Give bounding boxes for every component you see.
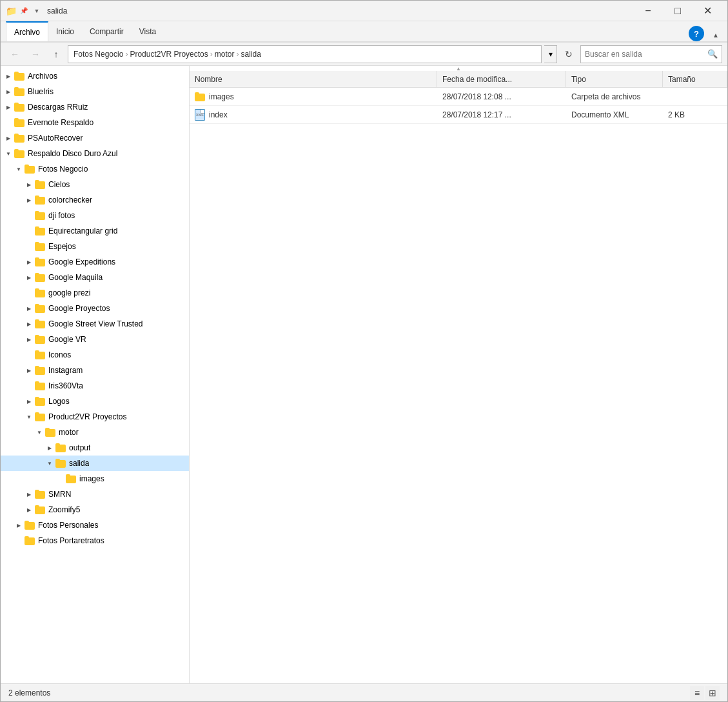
tab-archivo[interactable]: Archivo [6,21,48,41]
sidebar-item-blueIris[interactable]: ▶ BlueIris [1,84,189,99]
breadcrumb-product2vr[interactable]: Product2VR Proyectos [130,50,208,59]
sidebar-item-maquila[interactable]: ▶ Google Maquila [1,270,189,285]
address-dropdown[interactable]: ▾ [544,45,557,63]
toggle-smrn[interactable]: ▶ [24,486,34,502]
label-evernote: Evernote Respaldo [28,118,93,127]
folder-icon-cielos [34,179,46,190]
toggle-respaldo[interactable]: ▼ [3,146,14,161]
search-bar[interactable]: 🔍 [580,45,722,63]
toggle-instagram[interactable]: ▶ [24,363,34,378]
sidebar-item-evernote[interactable]: ▶ Evernote Respaldo [1,115,189,130]
toggle-product2vr[interactable]: ▼ [24,409,34,425]
label-blueIris: BlueIris [28,87,54,96]
table-row[interactable]: images 28/07/2018 12:08 ... Carpeta de a… [190,88,727,106]
maximize-button[interactable]: □ [663,1,693,21]
toggle-blueIris[interactable]: ▶ [3,84,14,99]
sidebar-item-fotosPersonales[interactable]: ▶ Fotos Personales [1,517,189,533]
toggle-cielos[interactable]: ▶ [24,177,34,192]
sidebar-item-equirect[interactable]: ▶ Equirectangular grid [1,223,189,239]
folder-icon-evernote [14,117,25,128]
sidebar-item-espejos[interactable]: ▶ Espejos [1,239,189,254]
breadcrumb-motor[interactable]: motor [215,50,235,59]
file-list-header: Nombre Fecha de modifica... Tipo Tamaño [190,71,727,88]
dropdown-icon[interactable]: ▼ [32,6,42,16]
col-header-date[interactable]: Fecha de modifica... [437,71,566,87]
sidebar-item-vr[interactable]: ▶ Google VR [1,332,189,347]
toggle-expeditions[interactable]: ▶ [24,254,34,270]
col-header-name[interactable]: Nombre [190,71,437,87]
sidebar-item-smrn[interactable]: ▶ SMRN [1,486,189,502]
search-input[interactable] [585,50,705,59]
sidebar-item-respaldo[interactable]: ▼ Respaldo Disco Duro Azul [1,146,189,161]
label-colorchecker: colorchecker [48,196,92,205]
window-title: salida [47,6,633,15]
sidebar-item-streetview[interactable]: ▶ Google Street View Trusted [1,316,189,332]
toggle-fotosNegocio[interactable]: ▼ [14,161,24,177]
sidebar-item-proyectos[interactable]: ▶ Google Proyectos [1,301,189,316]
toggle-fotosPersonales[interactable]: ▶ [14,517,24,533]
ribbon-expand-button[interactable]: ▲ [709,28,722,41]
col-header-type[interactable]: Tipo [566,71,663,87]
address-bar[interactable]: Fotos Negocio › Product2VR Proyectos › m… [68,45,542,63]
folder-icon-product2vr [34,411,46,423]
back-button[interactable]: ← [6,45,24,63]
tab-vista[interactable]: Vista [132,21,164,41]
sidebar-item-psauto[interactable]: ▶ PSAutoRecover [1,130,189,146]
toggle-streetview[interactable]: ▶ [24,316,34,332]
sidebar-item-iconos[interactable]: ▶ Iconos [1,347,189,363]
sidebar-item-zoomify[interactable]: ▶ Zoomify5 [1,502,189,517]
toggle-proyectos[interactable]: ▶ [24,301,34,316]
sidebar-item-cielos[interactable]: ▶ Cielos [1,177,189,192]
forward-button[interactable]: → [26,45,44,63]
toggle-colorchecker[interactable]: ▶ [24,192,34,208]
tab-inicio[interactable]: Inicio [48,21,82,41]
explorer-window: 📁 📌 ▼ salida − □ ✕ Archivo Inicio Compar… [0,0,728,702]
help-button[interactable]: ? [689,26,704,41]
sidebar-item-prezi[interactable]: ▶ google prezi [1,285,189,301]
sidebar-item-fotosNegocio[interactable]: ▼ Fotos Negocio [1,161,189,177]
toggle-logos[interactable]: ▶ [24,394,34,409]
sidebar-item-fotosPortaretratos[interactable]: ▶ Fotos Portaretratos [1,533,189,548]
search-icon: 🔍 [707,49,718,59]
toggle-maquila[interactable]: ▶ [24,270,34,285]
sidebar-item-descargas[interactable]: ▶ Descargas RRuiz [1,99,189,115]
sidebar-item-dji[interactable]: ▶ dji fotos [1,208,189,223]
sidebar-item-product2vr[interactable]: ▼ Product2VR Proyectos [1,409,189,425]
up-button[interactable]: ↑ [47,45,65,63]
table-row[interactable]: XML index 28/07/2018 12:17 ... Documento… [190,106,727,124]
toggle-psauto[interactable]: ▶ [3,130,14,146]
sidebar-item-motor[interactable]: ▼ motor [1,425,189,440]
folder-icon-expeditions [34,256,46,268]
folder-icon-respaldo [14,148,25,159]
sidebar-item-archivos[interactable]: ▶ Archivos [1,68,189,84]
label-zoomify: Zoomify5 [48,505,80,514]
toggle-descargas[interactable]: ▶ [3,99,14,115]
sidebar-item-output[interactable]: ▶ output [1,440,189,456]
sidebar-item-instagram[interactable]: ▶ Instagram [1,363,189,378]
breadcrumb-fotos-negocio[interactable]: Fotos Negocio [74,50,123,59]
tab-compartir[interactable]: Compartir [82,21,132,41]
refresh-button[interactable]: ↻ [560,45,578,63]
sidebar-item-iris[interactable]: ▶ Iris360Vta [1,378,189,394]
view-details-button[interactable]: ≡ [690,686,704,700]
toggle-salida[interactable]: ▼ [44,456,55,471]
col-header-size[interactable]: Tamaño [663,71,727,87]
label-espejos: Espejos [48,242,76,251]
sidebar-item-logos[interactable]: ▶ Logos [1,394,189,409]
quick-access-icon: 📁 [6,6,16,16]
sidebar-item-colorchecker[interactable]: ▶ colorchecker [1,192,189,208]
label-logos: Logos [48,397,70,406]
label-psauto: PSAutoRecover [28,134,83,143]
toggle-archivos[interactable]: ▶ [3,68,14,84]
toggle-zoomify[interactable]: ▶ [24,502,34,517]
toggle-output[interactable]: ▶ [44,440,55,456]
toggle-motor[interactable]: ▼ [34,425,44,440]
toggle-vr[interactable]: ▶ [24,332,34,347]
sidebar-item-expeditions[interactable]: ▶ Google Expeditions [1,254,189,270]
minimize-button[interactable]: − [633,1,663,21]
close-button[interactable]: ✕ [693,1,722,21]
sidebar-item-salida[interactable]: ▼ salida [1,456,189,471]
sidebar-item-images-sub[interactable]: ▶ images [1,471,189,486]
folder-icon-file-images [195,92,205,101]
view-tiles-button[interactable]: ⊞ [705,686,720,700]
